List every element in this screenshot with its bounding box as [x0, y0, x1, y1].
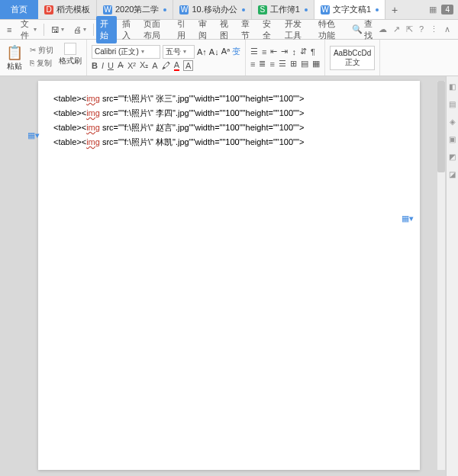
distribute-icon[interactable]: ⊞: [290, 59, 297, 69]
styles-group: AaBbCcDd 正文: [325, 40, 380, 76]
font-name-value: Calibri (正文): [95, 47, 139, 57]
vertical-scrollbar[interactable]: [437, 81, 445, 470]
section-marker-icon: ▦▾: [402, 211, 414, 226]
menu-list-icon[interactable]: ≡: [3, 23, 15, 37]
panel-icon[interactable]: ◈: [450, 117, 456, 126]
chevron-down-icon: ▾: [183, 48, 186, 55]
tab-label: 10.移动办公: [192, 4, 237, 15]
cut-button[interactable]: ✂剪切: [27, 44, 56, 56]
copy-label: 复制: [37, 58, 52, 69]
cloud-icon[interactable]: ☁: [379, 24, 387, 34]
add-tab-button[interactable]: +: [385, 4, 404, 16]
outdent-icon[interactable]: ⇤: [270, 47, 277, 56]
chevron-down-icon: ▾: [34, 26, 37, 33]
find-label: 查找: [364, 18, 373, 41]
save-icon[interactable]: 🖫▾: [47, 23, 68, 37]
align-left-icon[interactable]: ≡: [250, 60, 255, 69]
paragraph-group: ☰ ≡ ⇤ ⇥ ↕ ⇵ ¶ ≡ ≣ ≡ ☰ ⊞ ▤ ▦: [246, 40, 325, 76]
change-case-icon[interactable]: Aᵃ: [221, 47, 230, 56]
format-painter-label: 格式刷: [59, 56, 82, 66]
tab-label: 工作簿1: [270, 4, 300, 15]
modified-dot-icon: [163, 8, 166, 11]
bold-button[interactable]: B: [92, 61, 98, 70]
separator: [44, 24, 44, 36]
underline-button[interactable]: U: [108, 61, 114, 70]
clear-format-icon[interactable]: 变: [232, 46, 240, 57]
apps-icon[interactable]: ▦: [429, 5, 437, 14]
paste-label: 粘贴: [7, 61, 22, 72]
clipboard-group: 📋 粘贴 ✂剪切 ⎘复制 格式刷: [0, 40, 87, 76]
help-icon[interactable]: ?: [419, 24, 424, 34]
numbering-icon[interactable]: ≡: [262, 47, 266, 56]
text-effect-button[interactable]: A: [152, 61, 157, 70]
brush-icon: [64, 43, 76, 55]
increase-font-icon[interactable]: A↑: [197, 47, 207, 56]
subscript-button[interactable]: X₂: [140, 60, 148, 70]
font-color-button[interactable]: A: [174, 60, 179, 71]
code-line: <table><img src=""f:\照片\" 林凯".jpg""width…: [53, 135, 405, 150]
code-line: <table><img src=""f:\照片\" 张三".jpg""width…: [53, 92, 405, 106]
doc-icon: W: [103, 5, 112, 14]
font-group: Calibri (正文)▾ 五号▾ A↑ A↓ Aᵃ 变 B I U A̶ X²…: [87, 40, 246, 76]
char-border-button[interactable]: A: [183, 60, 193, 71]
clipboard-icon: 📋: [6, 44, 23, 61]
export-icon[interactable]: ⇱: [406, 24, 413, 34]
copy-button[interactable]: ⎘复制: [27, 57, 56, 69]
panel-icon[interactable]: ◪: [449, 170, 456, 178]
decrease-font-icon[interactable]: A↓: [209, 47, 219, 56]
style-preview: AaBbCcDd: [334, 49, 371, 58]
code-line: <table><img src=""f:\照片\" 李四".jpg""width…: [53, 106, 405, 121]
bullets-icon[interactable]: ☰: [250, 47, 258, 56]
sort-icon[interactable]: ↕: [292, 47, 296, 56]
margin-marker-icon: ▦▾: [27, 128, 40, 143]
side-panel: ◧ ▤ ◈ ▣ ◩ ◪: [446, 76, 458, 476]
notification-badge[interactable]: 4: [441, 5, 453, 14]
tab-label: 文字文稿1: [333, 4, 371, 15]
indent-icon[interactable]: ⇥: [281, 47, 288, 56]
code-line: <table><img src=""f:\照片\" 赵言".jpg""width…: [53, 121, 405, 135]
cut-label: 剪切: [38, 45, 53, 56]
scissors-icon: ✂: [30, 46, 36, 54]
paste-button[interactable]: 📋 粘贴: [5, 43, 24, 73]
sheet-icon: S: [258, 5, 267, 14]
modified-dot-icon: [305, 8, 308, 11]
tab-label: 2020第二学: [115, 4, 159, 15]
panel-icon[interactable]: ▤: [449, 100, 456, 108]
separator: [93, 24, 94, 36]
superscript-button[interactable]: X²: [127, 61, 136, 70]
share-icon[interactable]: ↗: [393, 24, 400, 34]
font-name-select[interactable]: Calibri (正文)▾: [92, 45, 160, 59]
scroll-thumb[interactable]: [437, 81, 445, 172]
print-icon[interactable]: 🖨▾: [69, 23, 90, 37]
justify-icon[interactable]: ☰: [279, 59, 286, 69]
doc-icon: W: [321, 5, 330, 14]
page[interactable]: ▦▾ <table><img src=""f:\照片\" 张三".jpg""wi…: [38, 81, 420, 470]
file-menu-label: 文件: [21, 18, 32, 41]
panel-icon[interactable]: ◧: [449, 82, 456, 91]
strike-button[interactable]: A̶: [118, 60, 124, 70]
font-size-select[interactable]: 五号▾: [163, 45, 195, 59]
format-painter[interactable]: 格式刷: [59, 43, 82, 73]
doc-icon: D: [44, 5, 53, 14]
tab-daoke[interactable]: D稻壳模板: [38, 0, 97, 19]
align-right-icon[interactable]: ≡: [269, 60, 274, 69]
align-center-icon[interactable]: ≣: [259, 59, 266, 69]
line-spacing-icon[interactable]: ⇵: [300, 47, 307, 56]
show-marks-icon[interactable]: ¶: [311, 47, 315, 56]
panel-icon[interactable]: ◩: [449, 153, 456, 161]
ribbon: 📋 粘贴 ✂剪切 ⎘复制 格式刷 Calibri (正文)▾ 五号▾ A↑ A↓…: [0, 40, 458, 76]
panel-icon[interactable]: ▣: [449, 135, 456, 143]
highlight-button[interactable]: 🖍: [162, 61, 170, 70]
font-size-value: 五号: [166, 47, 181, 57]
copy-icon: ⎘: [30, 59, 34, 67]
style-normal[interactable]: AaBbCcDd 正文: [330, 46, 375, 70]
style-name: 正文: [334, 58, 371, 67]
shading-icon[interactable]: ▤: [301, 59, 308, 69]
collapse-icon[interactable]: ∧: [444, 24, 450, 34]
italic-button[interactable]: I: [102, 61, 104, 70]
more-icon[interactable]: ⋮: [430, 24, 438, 34]
document-area: ▦▾ <table><img src=""f:\照片\" 张三".jpg""wi…: [0, 76, 458, 476]
chevron-down-icon: ▾: [141, 48, 144, 55]
menu-bar: ≡ 文件▾ 🖫▾ 🖨▾ 开始 插入 页面布局 引用 审阅 视图 章节 安全 开发…: [0, 20, 458, 40]
border-icon[interactable]: ▦: [312, 59, 320, 69]
